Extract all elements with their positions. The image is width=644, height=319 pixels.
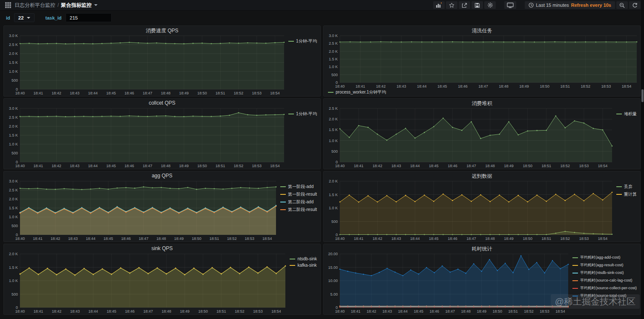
svg-text:18:43: 18:43: [70, 91, 80, 95]
svg-text:18:44: 18:44: [89, 309, 98, 313]
panel-title[interactable]: 耗时统计: [324, 244, 640, 251]
legend-series-swatch-icon: [572, 288, 578, 289]
legend-item[interactable]: 1分钟-平均: [288, 38, 317, 44]
svg-text:18:54: 18:54: [270, 164, 280, 168]
svg-text:18:53: 18:53: [252, 91, 262, 95]
legend: 第一阶段-add第一阶段-result第二阶段-add第二阶段-result: [279, 179, 320, 242]
legend-item[interactable]: 平均耗时(agg-add-cost): [572, 255, 637, 260]
svg-text:18:49: 18:49: [504, 236, 514, 241]
chart-area[interactable]: 05001.0 K1.5 K2.0 K2.5 K3.0 K18:4018:411…: [324, 33, 640, 89]
add-panel-button[interactable]: [433, 1, 445, 9]
panel-title[interactable]: 迟到数据: [324, 171, 640, 179]
legend-item[interactable]: kafka-sink: [290, 263, 317, 268]
svg-text:18:51: 18:51: [541, 164, 551, 168]
panel-title[interactable]: sink QPS: [4, 244, 320, 251]
panel-consume-speed-qps: 消费速度 QPS 05001.0 K1.5 K2.0 K2.5 K3.0 K18…: [3, 26, 321, 97]
legend-series-swatch-icon: [572, 265, 578, 266]
svg-text:18:51: 18:51: [216, 309, 226, 313]
share-button[interactable]: [459, 1, 470, 9]
dashboard-grid-icon[interactable]: [5, 2, 11, 8]
legend-item[interactable]: 重计算: [616, 191, 637, 197]
chart-svg: 05001.0 K1.5 K2.0 K2.5 K3.0 K18:4018:411…: [324, 33, 640, 89]
legend-series-label: 平均耗时(agg-result-cost): [580, 262, 624, 268]
chevron-down-icon[interactable]: [94, 4, 98, 6]
svg-text:500: 500: [12, 151, 18, 155]
svg-text:1.0 K: 1.0 K: [9, 215, 18, 219]
legend-series-label: 平均耗时(source-calc-lag-cost): [580, 278, 632, 283]
svg-text:18:54: 18:54: [622, 84, 632, 88]
svg-text:18:50: 18:50: [198, 309, 208, 313]
legend-series-swatch-icon: [288, 41, 294, 42]
svg-text:18:41: 18:41: [33, 91, 43, 95]
svg-text:18:49: 18:49: [179, 91, 189, 95]
svg-text:18:44: 18:44: [88, 91, 98, 95]
legend-series-label: 第二阶段-result: [288, 207, 317, 213]
legend-item[interactable]: 丢弃: [616, 184, 637, 190]
svg-text:18:42: 18:42: [52, 309, 62, 313]
legend-item[interactable]: 第一阶段-result: [280, 191, 317, 197]
chart-svg: 05001.0 K1.5 K2.0 K2.5 K3.0 K18:4018:411…: [4, 106, 288, 169]
variables-submenu: id 22 task_id: [0, 11, 644, 25]
chart-area[interactable]: 05001.0 K1.5 K2.0 K2.5 K3.0 K18:4018:411…: [4, 106, 288, 169]
variable-task-id-input[interactable]: [66, 13, 112, 22]
panel-title[interactable]: 清洗任务: [324, 26, 640, 33]
legend-item[interactable]: 平均耗时(source-total-cost): [572, 293, 637, 299]
svg-text:18:44: 18:44: [88, 164, 98, 168]
legend-item[interactable]: 第一阶段-add: [280, 184, 317, 190]
legend-item[interactable]: process_worker.1分钟平均: [328, 89, 386, 95]
svg-text:1.0 K: 1.0 K: [329, 139, 338, 143]
star-icon: [449, 3, 454, 8]
legend-item[interactable]: 1分钟-平均: [288, 111, 317, 117]
panel-title[interactable]: 消费速度 QPS: [4, 26, 320, 33]
svg-text:18:53: 18:53: [601, 84, 611, 88]
chart-area[interactable]: 05.0010.0015.0020.0018:4018:4118:4218:43…: [324, 251, 572, 314]
svg-text:2.5 K: 2.5 K: [329, 41, 338, 46]
svg-text:18:47: 18:47: [466, 164, 476, 168]
legend: ntsdb-sinkkafka-sink: [289, 251, 320, 314]
svg-text:18:48: 18:48: [499, 84, 509, 88]
breadcrumb-parent[interactable]: 日志分析平台监控: [14, 2, 55, 9]
svg-text:18:43: 18:43: [70, 164, 80, 168]
svg-text:18:45: 18:45: [106, 164, 116, 168]
legend-item[interactable]: 平均耗时(source-calc-lag-cost): [572, 278, 637, 283]
star-button[interactable]: [446, 1, 457, 9]
chart-area[interactable]: 05001.0 K1.5 K2.0 K2.5 K3.0 K18:4018:411…: [4, 179, 279, 242]
svg-text:18:50: 18:50: [197, 91, 207, 95]
top-navbar: 日志分析平台监控 / 聚合指标监控: [0, 0, 644, 11]
legend-series-label: ntsdb-sink: [297, 256, 317, 261]
time-range-picker[interactable]: Last 15 minutes Refresh every 10s: [525, 1, 615, 9]
svg-text:18:45: 18:45: [414, 309, 424, 313]
chart-area[interactable]: 05001.0 K1.5 K2.0 K18:4018:4118:4218:431…: [324, 179, 615, 242]
legend-item[interactable]: 平均耗时(source-collect-per-cost): [572, 285, 637, 291]
refresh-button[interactable]: [629, 1, 641, 9]
svg-text:18:44: 18:44: [398, 309, 408, 313]
panel-title[interactable]: 消费堆积: [324, 99, 640, 106]
save-button[interactable]: [472, 1, 483, 9]
legend-item[interactable]: 平均耗时(agg-result-cost): [572, 262, 637, 268]
legend-item[interactable]: ntsdb-sink: [290, 256, 317, 261]
chart-area[interactable]: 05001.0 K1.5 K2.0 K18:4018:4118:4218:431…: [4, 251, 289, 314]
svg-text:3.0 K: 3.0 K: [9, 34, 18, 38]
svg-text:18:46: 18:46: [125, 309, 135, 313]
scrollbar-thumb[interactable]: [641, 89, 644, 102]
svg-text:18:51: 18:51: [508, 309, 518, 313]
variable-id: id 22: [6, 13, 34, 22]
svg-text:18:47: 18:47: [445, 309, 455, 313]
legend-item[interactable]: 第二阶段-add: [280, 199, 317, 205]
svg-text:18:50: 18:50: [197, 164, 207, 168]
zoom-out-button[interactable]: [616, 1, 628, 9]
legend-item[interactable]: 平均耗时(ntsdb-sink-cost): [572, 270, 637, 276]
panel-title[interactable]: agg QPS: [4, 171, 320, 179]
svg-text:2.5 K: 2.5 K: [329, 106, 338, 111]
legend-item[interactable]: 堆积量: [616, 111, 637, 117]
tv-mode-button[interactable]: [504, 1, 516, 9]
legend-series-swatch-icon: [290, 259, 295, 259]
breadcrumb-current[interactable]: 聚合指标监控: [61, 2, 92, 9]
chart-area[interactable]: 05001.0 K1.5 K2.0 K2.5 K18:4018:4118:421…: [324, 106, 615, 169]
panel-title[interactable]: collcet QPS: [4, 99, 320, 106]
legend-series-swatch-icon: [616, 194, 622, 195]
chart-area[interactable]: 05001.0 K1.5 K2.0 K2.5 K3.0 K18:4018:411…: [4, 33, 288, 96]
settings-button[interactable]: [484, 1, 496, 9]
variable-id-dropdown[interactable]: 22: [14, 13, 34, 22]
legend-item[interactable]: 第二阶段-result: [280, 207, 317, 213]
